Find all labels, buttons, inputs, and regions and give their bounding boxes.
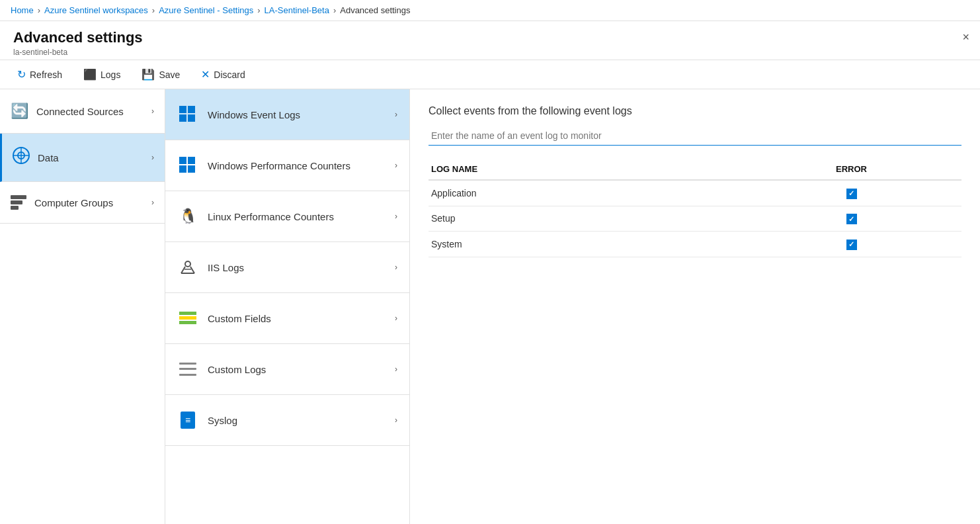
chevron-icon: › xyxy=(151,107,154,116)
sidebar-item-label: Data xyxy=(38,152,143,163)
chevron-icon: › xyxy=(395,161,397,170)
breadcrumb-current: Advanced settings xyxy=(340,5,410,15)
middle-item-custom-logs[interactable]: Custom Logs › xyxy=(165,344,409,395)
checkbox-checked[interactable] xyxy=(846,214,857,224)
chevron-icon: › xyxy=(151,153,154,162)
syslog-icon xyxy=(177,410,198,431)
log-name-cell: Application xyxy=(429,180,741,206)
middle-item-label: IIS Logs xyxy=(208,262,386,273)
refresh-icon: ↻ xyxy=(17,68,26,81)
chevron-icon: › xyxy=(151,198,154,207)
custom-logs-icon xyxy=(177,359,198,380)
page-title: Advanced settings xyxy=(13,29,967,46)
data-icon xyxy=(13,147,30,168)
col-error: ERROR xyxy=(741,159,961,180)
checkbox-checked[interactable] xyxy=(846,189,857,199)
log-name-cell: System xyxy=(429,232,741,257)
refresh-button[interactable]: ↻ Refresh xyxy=(13,66,66,83)
discard-button[interactable]: ✕ Discard xyxy=(197,66,249,83)
save-button[interactable]: 💾 Save xyxy=(138,66,184,83)
page-subtitle: la-sentinel-beta xyxy=(13,48,967,57)
table-row: Setup xyxy=(429,206,961,232)
windows-perf-counters-icon xyxy=(177,155,198,176)
table-row: System xyxy=(429,232,961,257)
chevron-icon: › xyxy=(395,212,397,221)
log-error-cell[interactable] xyxy=(741,206,961,232)
middle-item-custom-fields[interactable]: Custom Fields › xyxy=(165,293,409,344)
panel-header: Advanced settings la-sentinel-beta × xyxy=(0,21,980,60)
right-pane-heading: Collect events from the following event … xyxy=(429,105,961,117)
chevron-icon: › xyxy=(395,314,397,323)
sidebar-item-connected-sources[interactable]: 🔄 Connected Sources › xyxy=(0,89,165,134)
log-error-cell[interactable] xyxy=(741,232,961,257)
middle-pane: Windows Event Logs › xyxy=(165,89,410,524)
middle-item-iis-logs[interactable]: IIS Logs › xyxy=(165,242,409,293)
svg-point-4 xyxy=(185,261,190,267)
breadcrumb-sentinel-settings[interactable]: Azure Sentinel - Settings xyxy=(159,5,253,15)
close-button[interactable]: × xyxy=(962,30,969,44)
middle-item-label: Custom Fields xyxy=(208,313,386,324)
breadcrumb: Home › Azure Sentinel workspaces › Azure… xyxy=(0,0,980,21)
chevron-icon: › xyxy=(395,263,397,272)
breadcrumb-sentinel-workspaces[interactable]: Azure Sentinel workspaces xyxy=(44,5,148,15)
panel: Advanced settings la-sentinel-beta × ↻ R… xyxy=(0,21,980,524)
connected-sources-icon: 🔄 xyxy=(11,103,28,120)
checkbox-checked[interactable] xyxy=(846,240,857,250)
log-error-cell[interactable] xyxy=(741,180,961,206)
middle-item-windows-event-logs[interactable]: Windows Event Logs › xyxy=(165,89,409,140)
middle-item-linux-performance-counters[interactable]: 🐧 Linux Performance Counters › xyxy=(165,191,409,242)
linux-perf-counters-icon: 🐧 xyxy=(177,206,198,227)
right-pane: Collect events from the following event … xyxy=(410,89,980,524)
table-row: Application xyxy=(429,180,961,206)
middle-item-label: Custom Logs xyxy=(208,364,386,375)
log-table: LOG NAME ERROR ApplicationSetupSystem xyxy=(429,159,961,257)
log-name-cell: Setup xyxy=(429,206,741,232)
sidebar: 🔄 Connected Sources › Data › xyxy=(0,89,165,524)
sidebar-item-label: Computer Groups xyxy=(34,197,143,208)
discard-icon: ✕ xyxy=(201,68,210,81)
breadcrumb-home[interactable]: Home xyxy=(11,5,34,15)
middle-item-label: Windows Event Logs xyxy=(208,109,386,120)
chevron-icon: › xyxy=(395,110,397,119)
svg-line-5 xyxy=(181,267,185,273)
middle-item-syslog[interactable]: Syslog › xyxy=(165,395,409,446)
svg-line-6 xyxy=(190,267,194,273)
windows-event-logs-icon xyxy=(177,104,198,125)
chevron-icon: › xyxy=(395,415,397,425)
event-log-input[interactable] xyxy=(429,126,961,146)
col-log-name: LOG NAME xyxy=(429,159,741,180)
sidebar-item-label: Connected Sources xyxy=(36,106,143,117)
toolbar: ↻ Refresh ⬛ Logs 💾 Save ✕ Discard xyxy=(0,60,980,89)
save-icon: 💾 xyxy=(142,68,155,81)
chevron-icon: › xyxy=(395,365,397,374)
computer-groups-icon xyxy=(11,195,26,210)
middle-item-label: Linux Performance Counters xyxy=(208,211,386,222)
middle-item-label: Syslog xyxy=(208,415,386,426)
breadcrumb-sentinel-beta[interactable]: LA-Sentinel-Beta xyxy=(265,5,329,15)
sidebar-item-computer-groups[interactable]: Computer Groups › xyxy=(0,182,165,224)
iis-logs-icon xyxy=(177,257,198,278)
sidebar-item-data[interactable]: Data › xyxy=(0,134,165,182)
middle-item-label: Windows Performance Counters xyxy=(208,160,386,171)
custom-fields-icon xyxy=(177,308,198,329)
main-content: 🔄 Connected Sources › Data › xyxy=(0,89,980,524)
logs-button[interactable]: ⬛ Logs xyxy=(79,66,124,83)
logs-icon: ⬛ xyxy=(83,68,97,81)
middle-item-windows-performance-counters[interactable]: Windows Performance Counters › xyxy=(165,140,409,191)
